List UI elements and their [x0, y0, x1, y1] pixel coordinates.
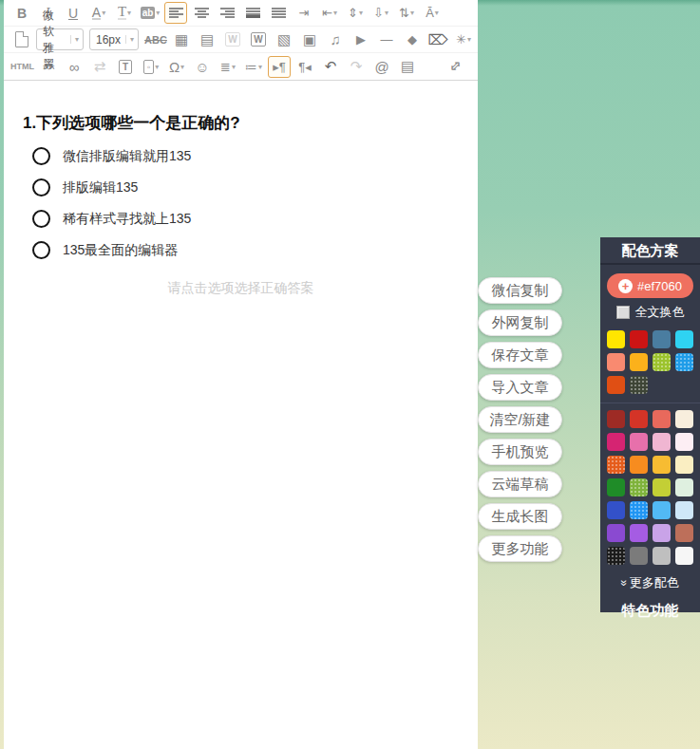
color-swatch[interactable]: [653, 547, 671, 565]
font-family-select[interactable]: 微软雅黑▾: [36, 28, 84, 50]
clear-format-button[interactable]: ⌦: [426, 28, 449, 50]
color-swatch[interactable]: [630, 547, 648, 565]
eraser-button[interactable]: ◆: [401, 28, 424, 50]
emoji-button[interactable]: ☺: [191, 56, 214, 78]
apply-all-checkbox[interactable]: [616, 306, 630, 319]
color-swatch[interactable]: [607, 478, 625, 496]
editor-canvas[interactable]: 1.下列选项哪些一个是正确的? 微信排版编辑就用135 排版编辑135 稀有样式…: [4, 81, 478, 749]
color-swatch[interactable]: [675, 456, 693, 474]
template-page-button[interactable]: ◦▾: [140, 56, 162, 78]
image-gallery-button[interactable]: ▣: [298, 28, 321, 50]
link-button[interactable]: ∞: [63, 56, 85, 78]
color-swatch[interactable]: [630, 330, 648, 348]
find-replace-button[interactable]: @: [370, 56, 393, 78]
redo-button[interactable]: ↷: [345, 56, 368, 78]
outdent-button[interactable]: ⇤▾: [318, 2, 341, 24]
paragraph-format-button[interactable]: ▤: [396, 56, 419, 78]
color-swatch[interactable]: [675, 524, 693, 542]
option-radio-icon[interactable]: [32, 241, 50, 259]
strikethrough-button[interactable]: ABC: [144, 28, 167, 50]
color-swatch[interactable]: [630, 524, 648, 542]
word-import-button[interactable]: W: [221, 28, 244, 50]
table-button[interactable]: ▦: [170, 28, 193, 50]
color-swatch[interactable]: [607, 330, 625, 348]
color-swatch[interactable]: [607, 433, 625, 451]
align-justify-button[interactable]: [267, 2, 290, 24]
save-article-button[interactable]: 保存文章: [478, 342, 562, 368]
align-right-button[interactable]: [216, 2, 238, 24]
new-document-button[interactable]: [10, 28, 33, 50]
ordered-list-button[interactable]: ≣▾: [217, 56, 239, 78]
color-swatch[interactable]: [607, 456, 625, 474]
color-swatch[interactable]: [653, 330, 671, 348]
horizontal-rule-button[interactable]: —: [375, 28, 398, 50]
insert-video-button[interactable]: ▶: [350, 28, 372, 50]
import-article-button[interactable]: 导入文章: [478, 374, 562, 401]
color-swatch[interactable]: [653, 433, 671, 451]
mobile-preview-button[interactable]: 手机预览: [478, 439, 562, 465]
magic-wand-button[interactable]: ✳▾: [452, 28, 475, 50]
option-radio-icon[interactable]: [32, 210, 50, 228]
color-swatch[interactable]: [630, 501, 648, 519]
current-color-button[interactable]: + #ef7060: [607, 273, 693, 298]
font-size-select[interactable]: 16px▾: [89, 28, 139, 50]
color-swatch[interactable]: [653, 456, 671, 474]
html-source-button[interactable]: HTML: [10, 56, 34, 78]
option-radio-icon[interactable]: [32, 178, 50, 197]
color-swatch[interactable]: [653, 478, 671, 496]
letter-spacing-button[interactable]: Ā▾: [421, 2, 444, 24]
insert-music-button[interactable]: ♫: [324, 28, 347, 50]
question-option-4[interactable]: 135最全面的编辑器: [32, 241, 478, 259]
align-left-button[interactable]: [164, 2, 187, 24]
color-swatch[interactable]: [630, 353, 648, 371]
color-swatch[interactable]: [630, 433, 648, 451]
color-swatch[interactable]: [630, 410, 648, 428]
cloud-draft-button[interactable]: 云端草稿: [478, 471, 562, 497]
chart-frame-button[interactable]: ▤: [196, 28, 218, 50]
highlight-color-button[interactable]: ab▾: [139, 2, 161, 24]
unordered-list-button[interactable]: ≔▾: [242, 56, 265, 78]
wechat-copy-button[interactable]: 微信复制: [478, 277, 562, 304]
color-swatch[interactable]: [675, 501, 693, 519]
color-swatch[interactable]: [630, 376, 648, 394]
color-swatch[interactable]: [607, 547, 625, 565]
word-export-button[interactable]: W: [247, 28, 270, 50]
align-center-button[interactable]: [190, 2, 213, 24]
special-char-button[interactable]: Ω▾: [165, 56, 188, 78]
convert-button[interactable]: ⇄: [88, 56, 111, 78]
line-height-button[interactable]: ⇕▾: [344, 2, 367, 24]
bold-button[interactable]: B: [10, 2, 33, 24]
vertical-spacing-button[interactable]: ⇅▾: [395, 2, 418, 24]
clear-new-button[interactable]: 清空/新建: [478, 406, 562, 433]
color-swatch[interactable]: [675, 410, 693, 428]
generate-image-button[interactable]: 生成长图: [478, 503, 562, 530]
color-swatch[interactable]: [607, 410, 625, 428]
undo-button[interactable]: ↶: [319, 56, 342, 78]
color-swatch[interactable]: [675, 433, 693, 451]
more-features-button[interactable]: 更多功能: [478, 535, 562, 562]
color-swatch[interactable]: [675, 353, 693, 371]
color-swatch[interactable]: [607, 353, 625, 371]
option-radio-icon[interactable]: [32, 147, 50, 165]
ltr-paragraph-button[interactable]: ▸¶: [268, 56, 291, 78]
color-swatch[interactable]: [675, 478, 693, 496]
color-swatch[interactable]: [607, 376, 625, 394]
color-swatch[interactable]: [653, 501, 671, 519]
apply-all-row[interactable]: 全文换色: [600, 304, 700, 321]
insert-image-button[interactable]: ▧: [273, 28, 295, 50]
color-swatch[interactable]: [653, 410, 671, 428]
color-swatch[interactable]: [607, 501, 625, 519]
color-swatch[interactable]: [607, 524, 625, 542]
indent-button[interactable]: ⇥: [293, 2, 315, 24]
color-swatch[interactable]: [630, 456, 648, 474]
question-option-2[interactable]: 排版编辑135: [32, 178, 478, 197]
color-swatch[interactable]: [653, 524, 671, 542]
color-swatch[interactable]: [675, 547, 693, 565]
blockquote-button[interactable]: ”: [37, 56, 60, 78]
external-copy-button[interactable]: 外网复制: [478, 309, 562, 336]
text-style-button[interactable]: T▾: [113, 2, 136, 24]
color-swatch[interactable]: [630, 478, 648, 496]
question-option-1[interactable]: 微信排版编辑就用135: [32, 147, 478, 165]
paragraph-spacing-button[interactable]: ⇩▾: [369, 2, 392, 24]
fullscreen-button[interactable]: ⇕: [444, 56, 466, 78]
